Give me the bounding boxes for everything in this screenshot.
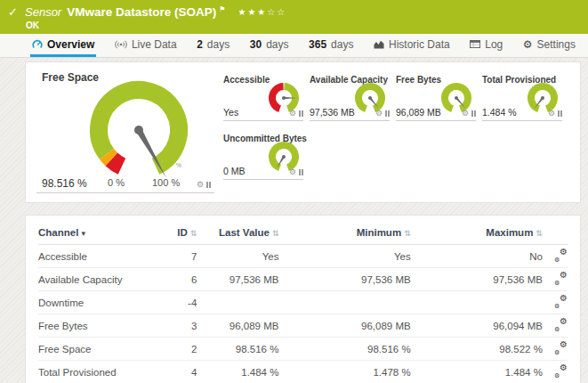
channel-settings-icon[interactable]: ⚙⚙ (554, 319, 568, 330)
channel-minimum-cell: Yes (278, 245, 410, 268)
channel-gear-icon[interactable]: ⚙ (289, 110, 296, 118)
live-signal-icon (115, 40, 127, 49)
flag-icon[interactable]: ⚑ (219, 5, 225, 13)
gauge-value: 1.484 % (482, 107, 517, 118)
tile-icons: ⚙ (197, 181, 211, 189)
channel-maximum-cell: No (411, 245, 543, 268)
channel-settings-icon[interactable]: ⚙⚙ (554, 342, 568, 354)
table-row[interactable]: Free Bytes396,089 MB96,089 MB96,094 MB⚙⚙ (38, 314, 568, 338)
tab-2-days-label: days (207, 38, 230, 51)
settings-gear-icon: ⚙ (523, 38, 533, 51)
table-row[interactable]: Downtime-4⚙⚙ (38, 291, 568, 314)
channel-id-cell: 7 (163, 245, 197, 268)
table-row[interactable]: Total Provisioned41.484 %1.478 %1.484 %⚙… (38, 361, 568, 383)
sensor-type-label: Sensor (25, 5, 61, 19)
channel-table: Channel▾ ID⇅ Last Value⇅ Minimum⇅ Maximu… (38, 221, 568, 383)
channel-pause-icon[interactable] (206, 182, 211, 188)
status-check-icon: ✓ (8, 5, 18, 19)
tab-30-days-number: 30 (250, 38, 262, 51)
channel-gear-icon[interactable]: ⚙ (462, 110, 469, 118)
channel-gear-icon[interactable]: ⚙ (375, 110, 383, 118)
channel-minimum-cell (278, 291, 410, 314)
tab-overview[interactable]: Overview (30, 34, 96, 57)
gauges-panel: Free Space % 0 % 100 % 98.516 % ⚙ Access… (25, 61, 581, 203)
gauge-icon (32, 39, 43, 50)
sort-caret-icon: ▾ (81, 229, 85, 238)
sensor-header: ✓ SensorVMware Datastore (SOAP)⚑★★★☆☆ OK (0, 0, 588, 34)
channel-gear-icon[interactable]: ⚙ (548, 110, 555, 118)
channel-gear-icon[interactable]: ⚙ (289, 168, 296, 176)
channel-last-value-cell: Yes (197, 245, 278, 268)
channel-last-value-cell (197, 291, 278, 314)
tile-icons: ⚙ (375, 110, 390, 118)
channel-actions-cell: ⚙⚙ (543, 338, 568, 361)
status-badge: OK (26, 20, 39, 30)
channel-table-body: Accessible7YesYesNo⚙⚙Available Capacity6… (38, 245, 568, 383)
channel-pause-icon[interactable] (385, 110, 390, 117)
channel-maximum-cell (411, 291, 543, 314)
column-header-maximum[interactable]: Maximum⇅ (411, 221, 543, 245)
tab-2-days[interactable]: 2 days (195, 34, 231, 57)
channel-name-cell: Available Capacity (38, 268, 163, 291)
gauge-value: Yes (223, 107, 238, 118)
free-space-gauge[interactable]: % (72, 75, 205, 187)
channel-actions-cell: ⚙⚙ (543, 291, 568, 314)
gauge-tile-free-space: Free Space % 0 % 100 % 98.516 % ⚙ (36, 71, 214, 193)
channel-settings-icon[interactable]: ⚙⚙ (554, 365, 568, 377)
table-row[interactable]: Free Space298.516 %98.516 %98.522 %⚙⚙ (38, 338, 568, 361)
column-header-channel[interactable]: Channel▾ (38, 221, 163, 245)
tab-live-data[interactable]: Live Data (113, 34, 179, 57)
channel-id-cell: 2 (163, 338, 197, 361)
column-header-id[interactable]: ID⇅ (163, 221, 197, 245)
tab-settings-label: Settings (537, 38, 576, 51)
channel-last-value-cell: 96,089 MB (197, 314, 278, 338)
tab-overview-label: Overview (47, 38, 94, 51)
channel-gear-icon[interactable]: ⚙ (197, 181, 204, 189)
channel-pause-icon[interactable] (299, 169, 303, 175)
tab-30-days-label: days (266, 38, 288, 51)
gauge-tile-uncommitted-bytes: Uncommitted Bytes 0 MB ⚙ (223, 134, 303, 180)
channel-id-cell: 3 (163, 314, 197, 338)
channel-pause-icon[interactable] (471, 110, 476, 117)
channel-pause-icon[interactable] (558, 110, 562, 117)
rating-stars[interactable]: ★★★☆☆ (238, 7, 286, 17)
channel-maximum-cell: 96,094 MB (411, 314, 543, 338)
tab-historic-data-label: Historic Data (389, 38, 450, 51)
table-header-row: Channel▾ ID⇅ Last Value⇅ Minimum⇅ Maximu… (38, 221, 568, 245)
tab-365-days-label: days (331, 38, 353, 51)
channel-pause-icon[interactable] (299, 110, 303, 117)
tab-settings[interactable]: ⚙ Settings (521, 34, 577, 57)
channel-settings-icon[interactable]: ⚙⚙ (554, 249, 568, 261)
channel-name-cell: Free Bytes (38, 314, 163, 338)
tab-2-days-number: 2 (197, 38, 203, 51)
tab-log[interactable]: Log (468, 34, 504, 57)
column-header-minimum[interactable]: Minimum⇅ (278, 221, 410, 245)
channel-id-cell: 6 (163, 268, 197, 291)
table-row[interactable]: Accessible7YesYesNo⚙⚙ (38, 245, 568, 268)
historic-chart-icon (374, 40, 384, 49)
tab-30-days[interactable]: 30 days (248, 34, 291, 57)
tile-icons: ⚙ (548, 110, 562, 118)
gauge-value: 98.516 % (42, 177, 87, 190)
table-row[interactable]: Available Capacity697,536 MB97,536 MB97,… (38, 268, 568, 291)
channel-minimum-cell: 98.516 % (278, 338, 410, 361)
channel-minimum-cell: 96,089 MB (278, 314, 410, 338)
channel-actions-cell: ⚙⚙ (543, 314, 568, 338)
channel-name-cell: Total Provisioned (38, 361, 163, 383)
tab-historic-data[interactable]: Historic Data (372, 34, 452, 57)
gauge-scale-min: 0 % (108, 177, 125, 188)
column-header-actions (543, 221, 568, 245)
channel-settings-icon[interactable]: ⚙⚙ (554, 273, 568, 284)
tile-icons: ⚙ (289, 110, 303, 118)
column-header-last-value[interactable]: Last Value⇅ (197, 221, 278, 245)
channel-name-cell: Accessible (38, 245, 163, 268)
log-icon (470, 40, 480, 48)
sort-icon: ⇅ (536, 229, 543, 238)
channel-minimum-cell: 97,536 MB (278, 268, 410, 291)
tab-bar: Overview Live Data 2 days 30 days 365 da… (0, 34, 588, 58)
tab-365-days[interactable]: 365 days (307, 34, 355, 57)
channel-settings-icon[interactable]: ⚙⚙ (554, 296, 568, 307)
gauge-tile-available-capacity: Available Capacity 97,536 MB ⚙ (310, 75, 390, 121)
channel-name-cell: Downtime (38, 291, 163, 314)
gauge-value: 97,536 MB (310, 107, 355, 118)
